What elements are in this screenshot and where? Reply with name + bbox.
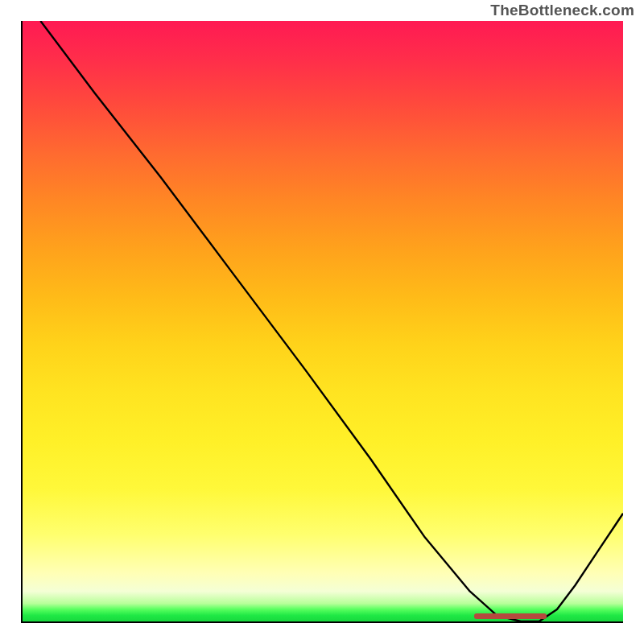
chart-container: TheBottleneck.com xyxy=(0,0,644,644)
bottleneck-curve xyxy=(23,21,623,621)
plot-area xyxy=(21,21,623,623)
watermark-text: TheBottleneck.com xyxy=(490,2,634,19)
optimal-range-marker xyxy=(474,613,547,619)
